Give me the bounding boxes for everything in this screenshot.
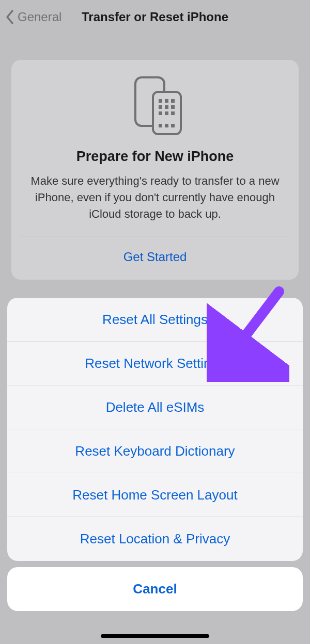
svg-rect-11 [159,124,162,127]
card-heading: Prepare for New iPhone [11,149,299,165]
get-started-button[interactable]: Get Started [11,236,299,280]
svg-rect-8 [159,111,162,115]
reset-network-settings-option[interactable]: Reset Network Settings [7,342,303,385]
devices-icon [124,74,186,136]
svg-rect-13 [171,124,175,127]
reset-all-settings-option[interactable]: Reset All Settings [7,298,303,342]
action-sheet-options: Reset All Settings Reset Network Setting… [7,298,303,561]
delete-all-esims-option[interactable]: Delete All eSIMs [7,385,303,429]
svg-rect-6 [165,105,168,109]
svg-rect-5 [159,105,162,109]
back-button[interactable]: General [5,9,61,25]
nav-bar: General Transfer or Reset iPhone [0,0,310,34]
chevron-left-icon [5,9,14,25]
card-body: Make sure everything's ready to transfer… [11,173,299,236]
svg-rect-2 [159,99,162,103]
svg-rect-7 [171,105,175,109]
home-indicator[interactable] [101,634,209,638]
cancel-button[interactable]: Cancel [7,567,303,611]
back-label: General [18,10,61,24]
svg-rect-9 [165,111,168,115]
reset-home-screen-layout-option[interactable]: Reset Home Screen Layout [7,473,303,517]
prepare-card: Prepare for New iPhone Make sure everyth… [11,60,299,280]
action-sheet: Reset All Settings Reset Network Setting… [7,298,303,611]
svg-rect-10 [171,111,175,115]
svg-rect-3 [165,99,168,103]
svg-rect-12 [165,124,168,127]
reset-location-privacy-option[interactable]: Reset Location & Privacy [7,517,303,561]
svg-rect-4 [171,99,175,103]
reset-keyboard-dictionary-option[interactable]: Reset Keyboard Dictionary [7,429,303,473]
